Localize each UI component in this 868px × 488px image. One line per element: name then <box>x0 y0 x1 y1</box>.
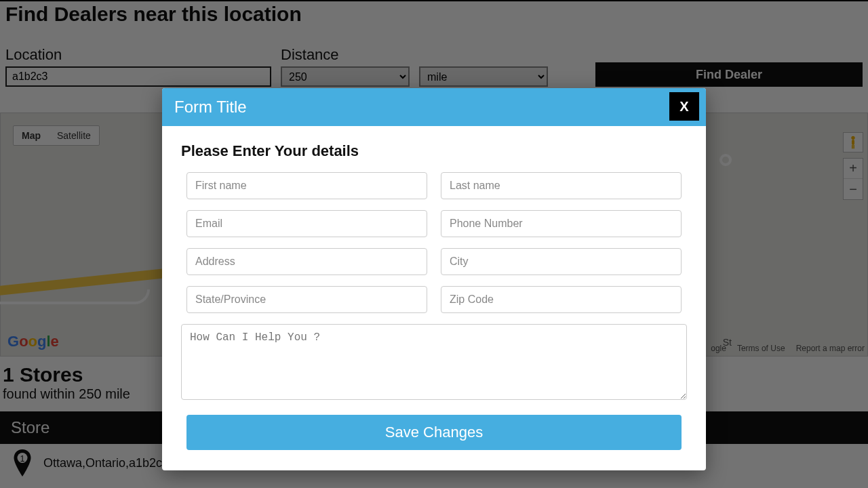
first-name-field[interactable] <box>186 172 427 199</box>
dealer-form-modal: Form Title X Please Enter Your details S… <box>162 88 706 470</box>
last-name-field[interactable] <box>441 172 682 199</box>
save-button[interactable]: Save Changes <box>186 415 682 450</box>
modal-subheading: Please Enter Your details <box>181 142 687 160</box>
message-textarea[interactable] <box>181 324 687 400</box>
city-field[interactable] <box>441 248 682 275</box>
address-field[interactable] <box>186 248 427 275</box>
modal-overlay[interactable]: Form Title X Please Enter Your details S… <box>0 0 868 488</box>
state-field[interactable] <box>186 286 427 313</box>
close-button[interactable]: X <box>669 92 699 121</box>
modal-body: Please Enter Your details Save Changes <box>162 126 706 470</box>
modal-title: Form Title <box>162 88 706 126</box>
phone-field[interactable] <box>441 210 682 237</box>
email-field[interactable] <box>186 210 427 237</box>
zip-field[interactable] <box>441 286 682 313</box>
form-grid <box>186 172 682 313</box>
